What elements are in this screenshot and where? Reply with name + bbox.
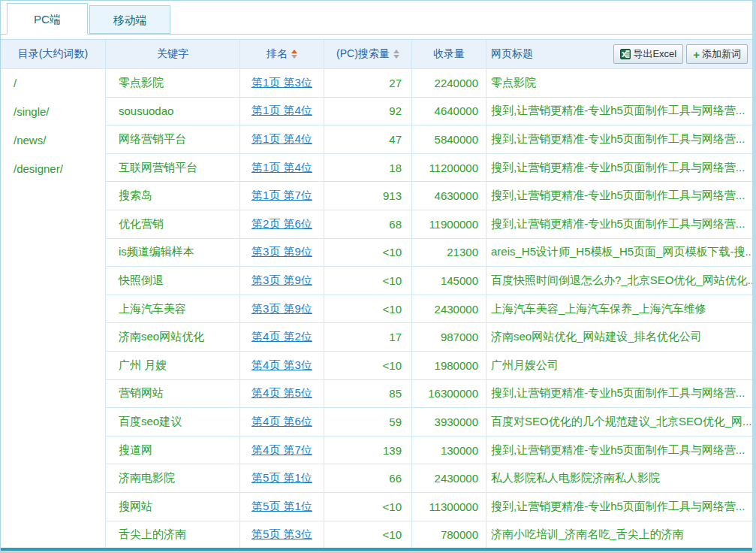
table-row: is频道编辑样本 第3页 第9位 <10 21300 areis_H5设计师_H… xyxy=(106,239,752,267)
sidebar-directory-item[interactable]: / xyxy=(1,69,105,98)
export-excel-label: 导出Excel xyxy=(633,47,676,61)
search-volume-cell: <10 xyxy=(324,267,412,295)
page-title-cell: 济南小吃培训_济南名吃_舌尖上的济南 xyxy=(486,521,752,549)
rank-link[interactable]: 第3页 第9位 xyxy=(251,273,312,288)
table-row: 优化营销 第2页 第6位 68 11900000 搜到,让营销更精准-专业h5页… xyxy=(106,210,752,239)
tab-mobile[interactable]: 移动端 xyxy=(89,5,170,34)
header-rank-label: 排名 xyxy=(267,47,288,61)
rank-link[interactable]: 第1页 第4位 xyxy=(251,104,312,118)
rank-link[interactable]: 第1页 第3位 xyxy=(251,76,312,90)
rank-link[interactable]: 第1页 第4位 xyxy=(251,132,312,147)
rank-cell: 第4页 第6位 xyxy=(240,408,324,436)
page-title-cell: 搜到,让营销更精准-专业h5页面制作工具与网络营... xyxy=(486,125,752,153)
header-rank: 排名 xyxy=(240,40,324,68)
keyword-cell: is频道编辑样本 xyxy=(106,239,240,267)
index-count-cell: 987000 xyxy=(412,323,486,351)
page-title-cell: 搜到,让营销更精准-专业h5页面制作工具与网络营... xyxy=(486,182,752,210)
svg-text:X: X xyxy=(622,51,627,59)
header-search-volume: (PC)搜索量 xyxy=(324,40,412,68)
rank-link[interactable]: 第4页 第2位 xyxy=(251,330,312,344)
keyword-cell: 互联网营销平台 xyxy=(106,154,240,182)
table-body: //single//news//designer/ 零点影院 第1页 第3位 2… xyxy=(1,69,752,549)
keyword-cell: 舌尖上的济南 xyxy=(106,521,240,549)
page-title-cell: 济南seo网站优化_网站建设_排名优化公司 xyxy=(486,323,752,351)
sort-search-control[interactable] xyxy=(393,50,399,59)
rank-cell: 第1页 第4位 xyxy=(240,125,324,153)
search-volume-cell: 18 xyxy=(324,154,412,182)
keyword-cell: 济南seo网站优化 xyxy=(106,323,240,351)
keyword-cell: 搜索岛 xyxy=(106,182,240,210)
rank-link[interactable]: 第5页 第1位 xyxy=(251,500,312,514)
tab-pc[interactable]: PC端 xyxy=(7,3,88,35)
keyword-cell: 搜网站 xyxy=(106,493,240,521)
table-row: 舌尖上的济南 第5页 第3位 <10 780000 济南小吃培训_济南名吃_舌尖… xyxy=(106,521,752,550)
rank-link[interactable]: 第1页 第7位 xyxy=(251,189,312,203)
index-count-cell: 2430000 xyxy=(412,295,486,323)
table-row: 百度seo建议 第4页 第6位 59 3930000 百度对SEO优化的几个规范… xyxy=(106,408,752,437)
rank-cell: 第1页 第4位 xyxy=(240,154,324,182)
table-row: 济南电影院 第5页 第1位 66 2430000 私人影院私人电影院济南私人影院 xyxy=(106,464,752,493)
page-title-cell: 搜到,让营销更精准-专业h5页面制作工具与网络营... xyxy=(486,380,752,408)
page-title-cell: 私人影院私人电影院济南私人影院 xyxy=(486,464,752,492)
rank-cell: 第2页 第6位 xyxy=(240,210,324,238)
table-row: 营销网站 第4页 第5位 85 16300000 搜到,让营销更精准-专业h5页… xyxy=(106,380,752,409)
index-count-cell: 4630000 xyxy=(412,182,486,210)
page-title-cell: 广州月嫂公司 xyxy=(486,352,752,379)
header-directory: 目录(大约词数) xyxy=(1,40,106,68)
header-buttons: X 导出Excel + 添加新词 xyxy=(613,44,748,64)
sidebar-directory-item[interactable]: /designer/ xyxy=(1,155,105,183)
rank-link[interactable]: 第4页 第7位 xyxy=(251,443,312,458)
add-keyword-button[interactable]: + 添加新词 xyxy=(686,44,748,64)
page-title-cell: 搜到,让营销更精准-专业h5页面制作工具与网络营... xyxy=(486,493,752,521)
index-count-cell: 16300000 xyxy=(412,380,486,408)
sort-rank-control[interactable] xyxy=(291,50,297,59)
sort-asc-icon xyxy=(393,50,399,53)
index-count-cell: 21300 xyxy=(412,239,486,267)
sort-asc-icon xyxy=(291,50,297,53)
keyword-cell: sousuodao xyxy=(106,98,240,125)
search-volume-cell: <10 xyxy=(324,295,412,323)
rank-link[interactable]: 第3页 第9位 xyxy=(251,302,312,316)
search-volume-cell: 66 xyxy=(324,464,412,492)
keyword-cell: 搜道网 xyxy=(106,437,240,464)
rank-link[interactable]: 第1页 第4位 xyxy=(251,161,312,175)
header-index-count: 收录量 xyxy=(412,40,486,68)
page-title-cell: 搜到,让营销更精准-专业h5页面制作工具与网络营... xyxy=(486,437,752,464)
export-excel-button[interactable]: X 导出Excel xyxy=(613,44,683,64)
sidebar-directory-item[interactable]: /single/ xyxy=(1,98,105,126)
rank-link[interactable]: 第5页 第3位 xyxy=(251,527,312,542)
search-volume-cell: <10 xyxy=(324,352,412,379)
table-header-row: 目录(大约词数) 关键字 排名 (PC)搜索量 收录量 网页标题 xyxy=(1,40,752,69)
header-search-volume-label: (PC)搜索量 xyxy=(336,47,390,61)
rank-cell: 第1页 第7位 xyxy=(240,182,324,210)
sidebar-directory-item[interactable]: /news/ xyxy=(1,126,105,155)
table-row: 搜道网 第4页 第7位 139 130000 搜到,让营销更精准-专业h5页面制… xyxy=(106,437,752,465)
rank-link[interactable]: 第3页 第9位 xyxy=(251,245,312,259)
table-row: 搜网站 第5页 第1位 <10 11300000 搜到,让营销更精准-专业h5页… xyxy=(106,493,752,521)
page-title-cell: 搜到,让营销更精准-专业h5页面制作工具与网络营... xyxy=(486,154,752,182)
add-keyword-label: 添加新词 xyxy=(702,47,741,61)
rank-link[interactable]: 第2页 第6位 xyxy=(251,217,312,231)
search-volume-cell: 139 xyxy=(324,437,412,464)
header-page-title-label: 网页标题 xyxy=(491,47,533,61)
rank-cell: 第3页 第9位 xyxy=(240,295,324,323)
keyword-cell: 网络营销平台 xyxy=(106,125,240,153)
keyword-cell: 上海汽车美容 xyxy=(106,295,240,323)
index-count-cell: 130000 xyxy=(412,437,486,464)
search-volume-cell: 27 xyxy=(324,69,412,97)
table-rows: 零点影院 第1页 第3位 27 2240000 零点影院 sousuodao 第… xyxy=(106,69,752,549)
rank-cell: 第4页 第3位 xyxy=(240,352,324,379)
index-count-cell: 5840000 xyxy=(412,125,486,153)
index-count-cell: 4640000 xyxy=(412,98,486,125)
page-title-cell: 百度对SEO优化的几个规范建议_北京SEO优化_网... xyxy=(486,408,752,436)
search-volume-cell: 92 xyxy=(324,98,412,125)
rank-link[interactable]: 第4页 第5位 xyxy=(251,386,312,400)
search-volume-cell: 17 xyxy=(324,323,412,351)
index-count-cell: 1980000 xyxy=(412,352,486,379)
rank-link[interactable]: 第4页 第6位 xyxy=(251,415,312,429)
rank-link[interactable]: 第4页 第3位 xyxy=(251,358,312,373)
rank-link[interactable]: 第5页 第1位 xyxy=(251,471,312,485)
search-volume-cell: 85 xyxy=(324,380,412,408)
table-row: 网络营销平台 第1页 第4位 47 5840000 搜到,让营销更精准-专业h5… xyxy=(106,125,752,154)
rank-cell: 第4页 第2位 xyxy=(240,323,324,351)
